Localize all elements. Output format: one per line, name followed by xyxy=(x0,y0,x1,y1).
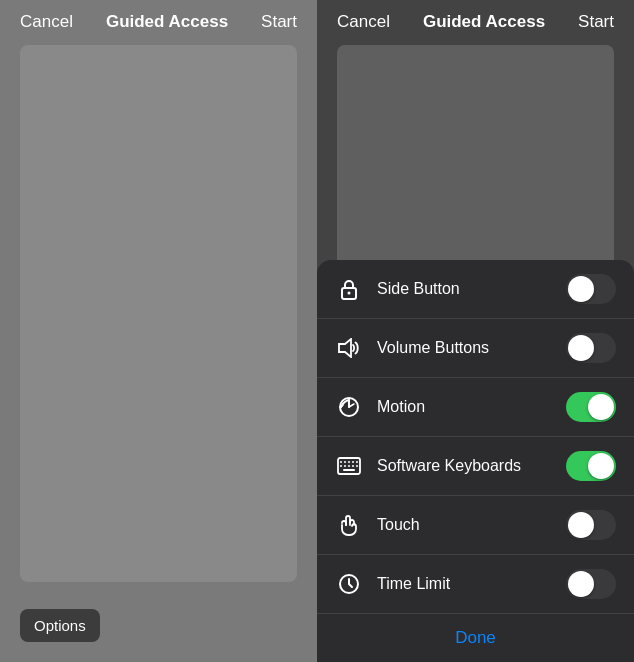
left-start-button[interactable]: Start xyxy=(261,12,297,32)
svg-rect-15 xyxy=(343,469,355,471)
list-item: Time Limit xyxy=(317,555,634,614)
volume-buttons-toggle-knob xyxy=(568,335,594,361)
left-phone-panel: Cancel Guided Access Start Options xyxy=(0,0,317,662)
side-button-toggle[interactable] xyxy=(566,274,616,304)
motion-toggle-knob xyxy=(588,394,614,420)
motion-icon xyxy=(335,393,363,421)
options-button[interactable]: Options xyxy=(20,609,100,642)
right-start-button[interactable]: Start xyxy=(578,12,614,32)
keyboard-icon xyxy=(335,452,363,480)
svg-marker-2 xyxy=(339,339,351,357)
right-nav-bar: Cancel Guided Access Start xyxy=(317,0,634,44)
left-nav-bar: Cancel Guided Access Start xyxy=(0,0,317,44)
side-button-label: Side Button xyxy=(377,280,566,298)
list-item: Volume Buttons xyxy=(317,319,634,378)
clock-icon xyxy=(335,570,363,598)
right-phone-panel: Cancel Guided Access Start Side Button xyxy=(317,0,634,662)
motion-toggle[interactable] xyxy=(566,392,616,422)
list-item: Side Button xyxy=(317,260,634,319)
touch-toggle-knob xyxy=(568,512,594,538)
list-item: Touch xyxy=(317,496,634,555)
volume-icon xyxy=(335,334,363,362)
motion-label: Motion xyxy=(377,398,566,416)
right-cancel-button[interactable]: Cancel xyxy=(337,12,390,32)
software-keyboards-label: Software Keyboards xyxy=(377,457,566,475)
left-screen-mock xyxy=(20,45,297,582)
lock-icon xyxy=(335,275,363,303)
done-row: Done xyxy=(317,614,634,662)
list-item: Software Keyboards xyxy=(317,437,634,496)
done-button[interactable]: Done xyxy=(455,628,496,648)
list-item: Motion xyxy=(317,378,634,437)
left-cancel-button[interactable]: Cancel xyxy=(20,12,73,32)
software-keyboards-toggle-knob xyxy=(588,453,614,479)
touch-icon xyxy=(335,511,363,539)
time-limit-label: Time Limit xyxy=(377,575,566,593)
software-keyboards-toggle[interactable] xyxy=(566,451,616,481)
right-nav-title: Guided Access xyxy=(423,12,545,32)
touch-label: Touch xyxy=(377,516,566,534)
touch-toggle[interactable] xyxy=(566,510,616,540)
svg-point-1 xyxy=(348,292,351,295)
left-nav-title: Guided Access xyxy=(106,12,228,32)
side-button-toggle-knob xyxy=(568,276,594,302)
volume-buttons-label: Volume Buttons xyxy=(377,339,566,357)
time-limit-toggle-knob xyxy=(568,571,594,597)
left-screen-area xyxy=(20,45,297,582)
volume-buttons-toggle[interactable] xyxy=(566,333,616,363)
popup-menu: Side Button Volume Buttons xyxy=(317,260,634,662)
time-limit-toggle[interactable] xyxy=(566,569,616,599)
